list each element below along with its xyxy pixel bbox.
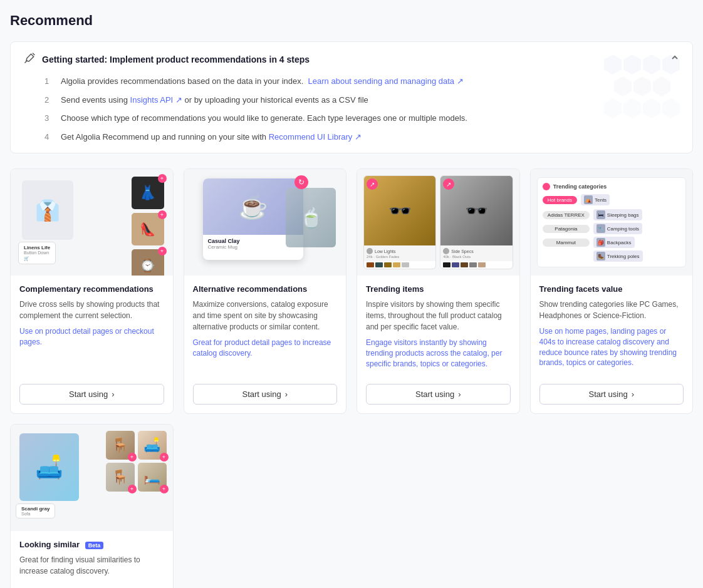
card-title-complementary: Complementary recommendations [19, 284, 164, 294]
card-footer-complementary: Start using › [11, 384, 173, 413]
facets-header: Trending categories [543, 183, 680, 190]
facets-title: Trending categories [553, 183, 607, 190]
beta-badge: Beta [85, 542, 104, 549]
mammut-tag: Mammut [543, 239, 590, 247]
card-preview-complementary: 👔 Linens Life Button Down 🛒 👗 + 👠 + [11, 169, 173, 276]
magic-wand-icon [23, 52, 36, 66]
facets-mockup: Trending categories Hot brands ⛺ Tents [537, 177, 686, 267]
facet-dot [543, 183, 550, 190]
camping-tools-item: 🔧 Camping tools [593, 223, 642, 234]
cards-grid-top: 👔 Linens Life Button Down 🛒 👗 + 👠 + [10, 168, 693, 414]
gs-step-2: 2 Send events using Insights API ↗ or by… [44, 94, 680, 106]
adidas-row: Adidas TERREX 🛏 Sleeping bags [543, 209, 680, 220]
arrow-right-icon-trend: › [458, 389, 461, 399]
card-preview-facets: Trending categories Hot brands ⛺ Tents [531, 169, 693, 276]
similar-title-text: Looking similar [19, 540, 80, 549]
gs-step-3: 3 Choose which type of recommendations y… [44, 112, 680, 125]
similar-thumbs-grid: 🪑 + 🛋️ + 🪑 + 🛏️ + [106, 431, 167, 492]
start-using-button-facets[interactable]: Start using › [539, 384, 684, 405]
step-number-2: 2 [44, 94, 51, 106]
facets-preview-container: Trending categories Hot brands ⛺ Tents [531, 169, 693, 276]
tents-item: ⛺ Tents [581, 194, 610, 205]
patagonia-tag: Patagonia [543, 225, 590, 233]
hex-decoration [604, 48, 680, 118]
gs-step-4: 4 Get Algolia Recommend up and running o… [44, 131, 680, 143]
svg-line-1 [33, 53, 34, 55]
arrow-right-icon-alt: › [285, 389, 288, 399]
gs-header: Getting started: Implement product recom… [23, 52, 680, 66]
card-title-facets: Trending facets value [539, 284, 684, 294]
card-facets: Trending categories Hot brands ⛺ Tents [530, 168, 694, 414]
step-text-2: Send events using Insights API ↗ or by u… [61, 94, 368, 106]
start-using-button-trending[interactable]: Start using › [366, 384, 511, 405]
card-title-alternative: Alternative recommendations [193, 284, 338, 294]
step-text-4: Get Algolia Recommend up and running on … [61, 131, 362, 143]
card-body-similar: Looking similar Beta Great for finding v… [11, 531, 173, 588]
brand-rows: Adidas TERREX 🛏 Sleeping bags Patagonia … [543, 209, 680, 262]
gs-title: Getting started: Implement product recom… [42, 54, 664, 64]
card-link-trending[interactable]: Engage visitors instantly by showing tre… [366, 338, 511, 369]
recommend-ui-link[interactable]: Recommend UI Library ↗ [269, 132, 362, 142]
start-using-button-complementary[interactable]: Start using › [19, 384, 164, 405]
start-using-label-trending: Start using [415, 389, 454, 399]
step-text-3: Choose which type of recommendations you… [61, 112, 467, 125]
card-body-alternative: Alternative recommendations Maximize con… [184, 276, 346, 384]
card-desc-trending: Inspire visitors by showing them specifi… [366, 299, 511, 333]
arrow-right-icon-facets: › [632, 389, 634, 399]
patagonia-row: Patagonia 🔧 Camping tools [543, 223, 680, 234]
card-footer-facets: Start using › [531, 384, 693, 413]
page-container: Recommend Getting started: Implement pro… [0, 0, 703, 588]
card-preview-similar: 🛋️ Scandi gray Sofa 🪑 + 🛋️ [11, 425, 173, 531]
card-trending: 🕶️ ↗ Low Lights 24k · Golden Fades [357, 168, 520, 414]
card-desc-alternative: Maximize conversions, catalog exposure a… [193, 299, 338, 333]
card-looking-similar: 🛋️ Scandi gray Sofa 🪑 + 🛋️ [10, 424, 174, 588]
start-using-label-complementary: Start using [69, 389, 108, 399]
card-title-similar: Looking similar Beta [19, 540, 164, 549]
card-body-complementary: Complementary recommendations Drive cros… [11, 276, 173, 384]
hot-brands-tag: Hot brands [543, 196, 577, 204]
card-footer-trending: Start using › [357, 384, 519, 413]
arrow-right-icon: › [112, 389, 114, 399]
adidas-tag: Adidas TERREX [543, 211, 590, 219]
cards-grid-bottom: 🛋️ Scandi gray Sofa 🪑 + 🛋️ [10, 424, 693, 588]
brand-items: ⛺ Tents [581, 194, 610, 205]
start-using-label-alternative: Start using [242, 389, 281, 399]
learn-link[interactable]: Learn about sending and managing data ↗ [308, 76, 464, 86]
backpacks-item: 🎒 Backpacks [593, 237, 635, 248]
card-complementary: 👔 Linens Life Button Down 🛒 👗 + 👠 + [10, 168, 174, 414]
step-number-4: 4 [44, 131, 51, 143]
card-link-alternative[interactable]: Great for product detail pages to increa… [193, 338, 338, 359]
step-number-3: 3 [44, 112, 51, 125]
step-number-1: 1 [44, 75, 51, 88]
sleeping-bags-item: 🛏 Sleeping bags [593, 209, 642, 220]
card-desc-similar: Great for finding visual similarities to… [19, 554, 164, 577]
getting-started-panel: Getting started: Implement product recom… [10, 41, 693, 153]
card-footer-alternative: Start using › [184, 384, 346, 413]
mammut-row: Mammut 🎒 Backpacks [543, 237, 680, 248]
start-using-label-facets: Start using [589, 389, 628, 399]
card-body-trending: Trending items Inspire visitors by showi… [357, 276, 519, 384]
card-alternative: ☕ Casual Clay Ceramic Mug 🍵 ↻ Alternativ… [184, 168, 347, 414]
card-body-facets: Trending facets value Show trending cate… [531, 276, 693, 384]
card-title-trending: Trending items [366, 284, 511, 294]
trekking-row: 🥾 Trekking poles [593, 250, 680, 262]
card-preview-trending: 🕶️ ↗ Low Lights 24k · Golden Fades [357, 169, 519, 276]
card-preview-alternative: ☕ Casual Clay Ceramic Mug 🍵 ↻ [184, 169, 346, 276]
trekking-item: 🥾 Trekking poles [593, 250, 643, 262]
card-link-complementary[interactable]: Use on product detail pages or checkout … [19, 326, 164, 348]
card-link-facets[interactable]: Use on home pages, landing pages or 404s… [539, 326, 684, 368]
page-title: Recommend [10, 13, 693, 29]
insights-link[interactable]: Insights API ↗ [130, 95, 182, 105]
gs-steps: 1 Algolia provides recommendations based… [44, 75, 680, 143]
card-desc-complementary: Drive cross sells by showing products th… [19, 299, 164, 321]
hot-brands-row: Hot brands ⛺ Tents [543, 194, 680, 205]
start-using-button-alternative[interactable]: Start using › [193, 384, 338, 405]
gs-step-1: 1 Algolia provides recommendations based… [44, 75, 680, 88]
step-text-1: Algolia provides recommendations based o… [61, 75, 464, 88]
card-desc-facets: Show trending categories like PC Games, … [539, 299, 684, 321]
